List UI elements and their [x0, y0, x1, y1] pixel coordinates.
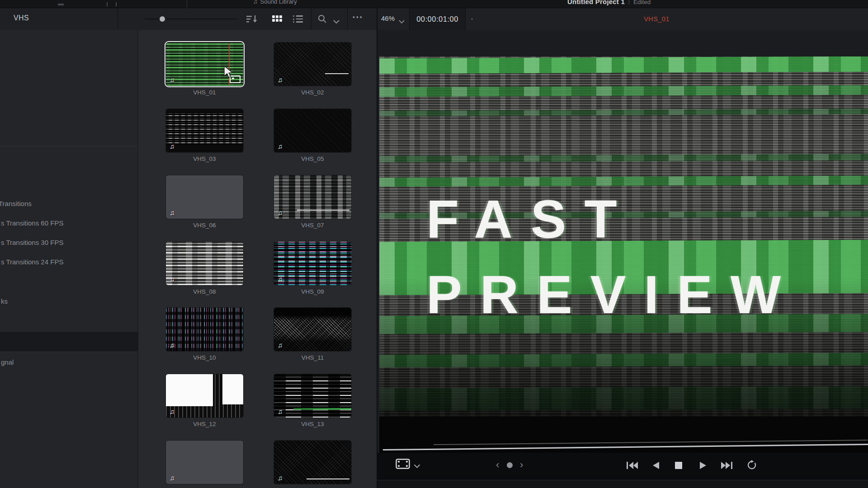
clip-name-label: VHS_08	[161, 288, 248, 295]
clip-thumbnail[interactable]: ♫	[166, 242, 243, 285]
zoom-chevron-icon[interactable]	[399, 17, 405, 25]
clip-thumbnail[interactable]: ♫	[166, 441, 243, 484]
video-overlay-text-fast: FAST	[426, 192, 635, 246]
jog-right-icon[interactable]: ›	[520, 459, 523, 471]
clip-name-label: VHS_06	[161, 222, 248, 229]
clip-name-label: VHS_01	[161, 89, 248, 96]
sound-library-label: Sound Library	[260, 0, 297, 5]
audio-note-icon: ♫	[170, 408, 175, 415]
sidebar-bin-item[interactable]: s Transitions 24 FPS	[1, 258, 63, 266]
timeline-edge-strip	[377, 480, 868, 488]
header-dot	[471, 18, 473, 20]
main-area: Transitionss Transitions 60 FPSs Transit…	[0, 30, 868, 488]
clip-name-label: VHS_11	[269, 354, 356, 361]
sidebar-bin-item[interactable]: ks	[1, 297, 8, 305]
play-button[interactable]	[699, 460, 708, 472]
toolbar-icon-fragment	[107, 2, 108, 6]
viewer-mode-chevron-icon[interactable]	[414, 462, 420, 470]
thumbnail-size-slider[interactable]	[145, 19, 237, 19]
viewer-clip-name: VHS_01	[624, 15, 689, 23]
audio-note-icon: ♫	[278, 142, 283, 150]
bin-title: VHS	[14, 14, 29, 22]
clip-cell: ♫VHS_06	[166, 175, 243, 239]
clip-cell: ♫	[274, 441, 351, 488]
sidebar-bin-item[interactable]: Transitions	[0, 200, 32, 207]
loop-button[interactable]	[746, 460, 758, 473]
source-viewer: FAST PREVIEW ‹ ›	[377, 30, 868, 488]
clip-thumbnail[interactable]: ♫	[166, 308, 243, 351]
clip-thumbnail[interactable]: ♫	[274, 42, 351, 86]
bin-sidebar: Transitionss Transitions 60 FPSs Transit…	[0, 30, 138, 488]
clip-thumbnail[interactable]: ♫	[166, 109, 243, 152]
mouse-cursor	[223, 66, 235, 81]
jog-left-icon[interactable]: ‹	[496, 459, 499, 471]
clip-name-label: VHS_13	[269, 421, 356, 427]
last-frame-button[interactable]	[721, 460, 733, 472]
toolbar-icon-fragment	[58, 4, 64, 5]
viewer-timecode: 00:00:01:00	[409, 8, 466, 30]
clip-thumbnail[interactable]: ♫	[274, 374, 351, 418]
clip-cell: ♫VHS_07	[274, 175, 351, 239]
clip-thumbnail[interactable]: ♫	[274, 441, 351, 484]
clip-name-label: VHS_12	[161, 421, 248, 427]
sound-library-button[interactable]: ♫Sound Library	[253, 0, 297, 7]
clip-cell: ♫VHS_03	[166, 109, 243, 173]
search-options-chevron-icon[interactable]	[333, 17, 340, 25]
title-divider	[629, 0, 629, 5]
clip-cell: ♫VHS_05	[274, 109, 351, 173]
clip-thumbnail[interactable]: ♫	[166, 175, 243, 219]
audio-note-icon: ♫	[170, 209, 175, 216]
clip-cell: ♫VHS_11	[274, 308, 351, 372]
slider-knob[interactable]	[160, 16, 165, 22]
clip-thumbnail[interactable]: ♫	[274, 242, 351, 285]
clip-name-label: VHS_10	[161, 354, 248, 361]
clip-cell: ♫VHS_13	[274, 374, 351, 438]
stop-button[interactable]	[674, 460, 683, 472]
sidebar-section-band	[0, 332, 138, 352]
clip-name-label: VHS_09	[269, 288, 356, 295]
timecode-value: 00:00:01:00	[416, 15, 458, 23]
video-overlay-text-preview: PREVIEW	[426, 268, 799, 321]
clip-thumbnail[interactable]: ♫	[274, 308, 351, 351]
davinci-resolve-window: ♫Sound Library Untitled Project 1Edited …	[0, 0, 868, 488]
audio-note-icon: ♫	[170, 474, 175, 482]
clip-cell: ♫VHS_08	[166, 242, 243, 306]
top-toolbar-strip: ♫Sound Library Untitled Project 1Edited	[0, 0, 868, 8]
sidebar-divider	[0, 146, 138, 146]
sidebar-bin-item[interactable]: s Transitions 30 FPS	[1, 239, 63, 246]
play-reverse-button[interactable]	[651, 460, 660, 472]
header-divider	[347, 8, 348, 30]
project-status: Edited	[633, 0, 651, 5]
clip-thumbnail[interactable]: ♫	[166, 374, 243, 418]
clip-name-label: VHS_02	[269, 89, 356, 96]
clip-thumbnail[interactable]: ♫	[274, 109, 351, 152]
sort-order-button[interactable]	[246, 14, 259, 26]
audio-note-icon: ♫	[278, 341, 283, 349]
search-button[interactable]	[317, 14, 327, 26]
clip-name-label: VHS_07	[269, 222, 356, 229]
jog-shuttle-knob[interactable]	[507, 462, 513, 468]
audio-note-icon: ♫	[278, 76, 283, 84]
grid-view-button[interactable]	[272, 15, 282, 22]
toolbar-icon-fragment	[116, 2, 117, 6]
viewer-mode-button[interactable]	[396, 459, 410, 471]
audio-note-icon: ♫	[278, 474, 283, 482]
clip-cell: ♫	[166, 441, 243, 488]
project-title: Untitled Project 1	[567, 0, 625, 5]
video-shading	[379, 56, 868, 453]
audio-note-icon: ♫	[170, 341, 175, 349]
sidebar-bin-item[interactable]: gnal	[1, 358, 14, 366]
viewer-zoom-level[interactable]: 46%	[381, 14, 395, 22]
more-options-button[interactable]: •••	[353, 14, 363, 21]
sidebar-bin-item[interactable]: s Transitions 60 FPS	[1, 219, 63, 227]
audio-note-icon: ♫	[278, 408, 283, 415]
viewer-video-frame[interactable]: FAST PREVIEW	[379, 56, 868, 453]
clip-cell: ♫VHS_10	[166, 308, 243, 372]
media-pool-grid: ♫VHS_01♫VHS_02♫VHS_03♫VHS_05♫VHS_06♫VHS_…	[138, 30, 377, 488]
first-frame-button[interactable]	[626, 460, 638, 472]
music-notes-icon: ♫	[253, 0, 258, 5]
list-view-button[interactable]	[293, 15, 303, 24]
clip-thumbnail[interactable]: ♫	[274, 175, 351, 219]
header-divider	[118, 8, 118, 30]
toolbar-divider	[187, 0, 187, 8]
